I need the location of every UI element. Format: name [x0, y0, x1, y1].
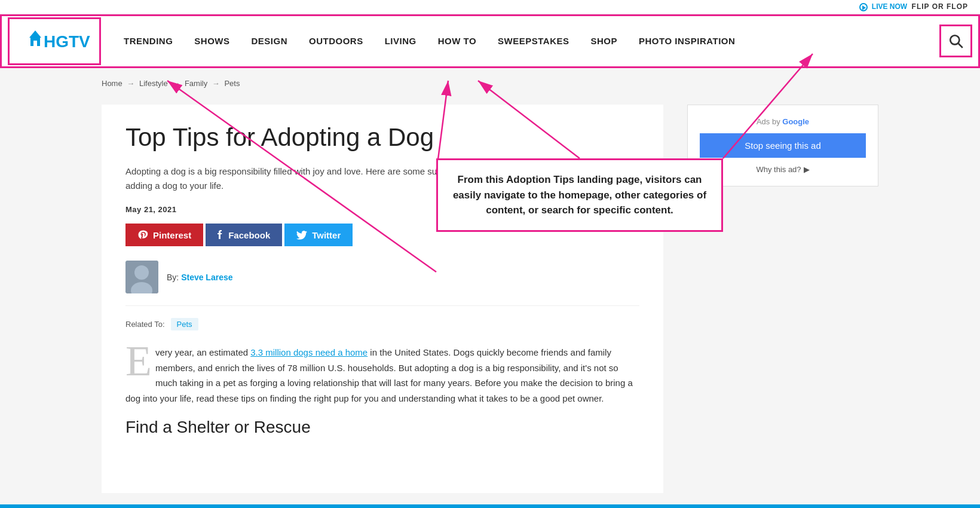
drop-cap: E: [125, 345, 152, 377]
facebook-label: Facebook: [228, 230, 270, 240]
nav-photo-inspiration[interactable]: PHOTO INSPIRATION: [628, 16, 746, 66]
annotation-text: From this Adoption Tips landing page, vi…: [453, 174, 706, 216]
svg-marker-0: [29, 30, 41, 38]
breadcrumb-family[interactable]: Family: [185, 79, 207, 88]
nav-outdoors[interactable]: OUTDOORS: [298, 16, 374, 66]
facebook-button[interactable]: Facebook: [206, 224, 282, 246]
hgtv-logo[interactable]: HGTV: [19, 25, 90, 57]
twitter-button[interactable]: Twitter: [284, 224, 353, 246]
pinterest-icon: [137, 229, 148, 240]
bottom-accent-line: [0, 504, 980, 508]
ads-by: Ads by Google: [700, 117, 866, 126]
live-now-label: LIVE NOW: [872, 2, 907, 11]
main-nav: TRENDING SHOWS DESIGN OUTDOORS LIVING HO…: [113, 16, 939, 66]
breadcrumb-home[interactable]: Home: [102, 79, 122, 88]
google-label: Google: [782, 117, 809, 126]
twitter-icon: [296, 231, 307, 240]
ads-by-text: Ads by: [757, 117, 780, 126]
page-body: Home → Lifestyle → Family → Pets Top Tip…: [0, 68, 980, 505]
live-show-name: FLIP OR FLOP: [912, 2, 968, 11]
nav-how-to[interactable]: HOW TO: [427, 16, 487, 66]
breadcrumb-pets[interactable]: Pets: [224, 79, 240, 88]
author-avatar: [125, 261, 158, 293]
pinterest-label: Pinterest: [153, 230, 191, 240]
breadcrumb-sep2: →: [172, 79, 182, 88]
logo-area: HGTV: [8, 17, 101, 65]
body-paragraph: E very year, an estimated 3.3 million do…: [125, 345, 639, 406]
svg-point-8: [134, 265, 149, 280]
live-bar: LIVE NOW FLIP OR FLOP: [0, 0, 980, 14]
author-name: By: Steve Larese: [167, 273, 233, 282]
why-ad[interactable]: Why this ad? ▶: [700, 165, 866, 174]
body-intro: very year, an estimated: [155, 347, 250, 357]
breadcrumb-lifestyle[interactable]: Lifestyle: [139, 79, 168, 88]
pinterest-button[interactable]: Pinterest: [125, 224, 203, 246]
author-row: By: Steve Larese: [125, 261, 639, 306]
why-ad-arrow: ▶: [804, 165, 810, 174]
article-title: Top Tips for Adopting a Dog: [125, 123, 639, 152]
twitter-label: Twitter: [312, 230, 341, 240]
live-play-icon: [859, 3, 868, 11]
stop-ad-button[interactable]: Stop seeing this ad: [700, 133, 866, 158]
author-by-label: By:: [167, 273, 179, 282]
nav-sweepstakes[interactable]: SWEEPSTAKES: [487, 16, 580, 66]
svg-point-4: [950, 35, 959, 44]
svg-rect-2: [33, 41, 37, 46]
nav-design[interactable]: DESIGN: [241, 16, 299, 66]
nav-shows[interactable]: SHOWS: [183, 16, 240, 66]
search-icon: [948, 33, 964, 49]
search-button[interactable]: [939, 25, 972, 57]
why-ad-label: Why this ad?: [756, 165, 801, 174]
section-title-1: Find a Shelter or Rescue: [125, 418, 639, 437]
dogs-link[interactable]: 3.3 million dogs need a home: [250, 347, 368, 357]
tag-pets[interactable]: Pets: [171, 318, 198, 330]
related-row: Related To: Pets: [125, 318, 639, 330]
breadcrumb-sep3: →: [212, 79, 222, 88]
related-label: Related To:: [125, 320, 165, 329]
author-link[interactable]: Steve Larese: [181, 273, 232, 282]
svg-line-5: [958, 44, 962, 48]
avatar-image: [125, 261, 158, 293]
breadcrumb-sep1: →: [127, 79, 137, 88]
page-container: LIVE NOW FLIP OR FLOP HGTV TRENDING SHOW…: [0, 0, 980, 508]
breadcrumb: Home → Lifestyle → Family → Pets: [0, 74, 980, 93]
nav-trending[interactable]: TRENDING: [113, 16, 183, 66]
annotation-box: From this Adoption Tips landing page, vi…: [436, 158, 723, 232]
content-wrapper: Top Tips for Adopting a Dog Adopting a d…: [0, 93, 980, 505]
facebook-icon: [218, 229, 223, 240]
nav-shop[interactable]: SHOP: [580, 16, 629, 66]
site-header: HGTV TRENDING SHOWS DESIGN OUTDOORS LIVI…: [0, 14, 980, 68]
svg-text:HGTV: HGTV: [44, 32, 90, 51]
nav-living[interactable]: LIVING: [374, 16, 427, 66]
